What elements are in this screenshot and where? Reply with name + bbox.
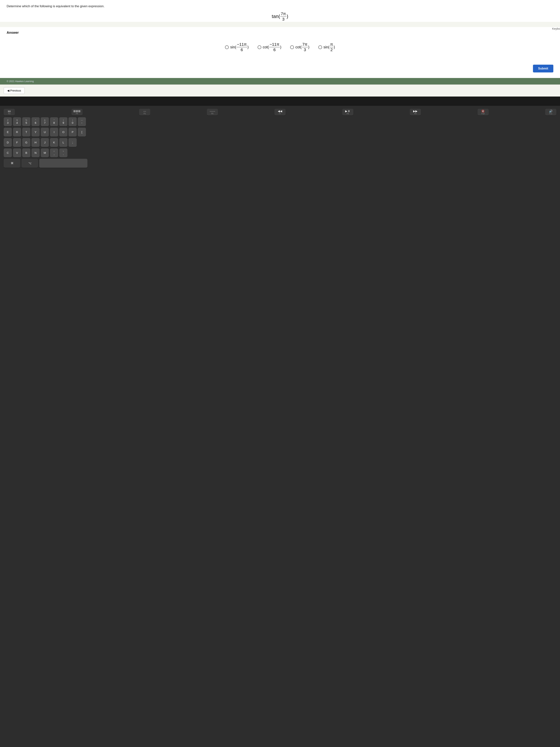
opt2-open: (	[268, 45, 269, 49]
expression-open-paren: (	[278, 14, 280, 19]
key-b[interactable]: B	[22, 148, 30, 157]
device-gap	[0, 97, 560, 106]
answer-option-2[interactable]: cot(−11π6)	[258, 42, 282, 52]
opt2-den: 6	[273, 47, 276, 52]
key-p[interactable]: P	[69, 128, 77, 136]
key-h[interactable]: H	[31, 138, 39, 147]
key-t[interactable]: T	[22, 128, 30, 136]
opt2-frac: −11π6	[269, 42, 280, 52]
key-cmd[interactable]: ⌘	[4, 159, 20, 168]
key-5[interactable]: % 5	[22, 117, 30, 126]
key-period-greater[interactable]: > .	[59, 148, 68, 157]
option-2-math: cot(−11π6)	[263, 42, 282, 52]
fn-row: so F3 ⊞⊞⊞ F4 ⋯ F5 ⋯⋯ F6 ◀◀ F7 ▶⏸ F8 ▶▶ F…	[4, 109, 556, 115]
key-o[interactable]: O	[59, 128, 68, 136]
question-area: Determine which of the following is equi…	[0, 0, 560, 22]
key-j[interactable]: J	[41, 138, 49, 147]
opt1-frac: −11π6	[236, 42, 247, 52]
previous-button[interactable]: ◀ Previous	[4, 87, 25, 94]
key-r[interactable]: R	[13, 128, 21, 136]
key-space[interactable]	[39, 159, 87, 168]
opt3-close: )	[308, 45, 310, 49]
key-0[interactable]: ) 0	[69, 117, 77, 126]
key-l[interactable]: L	[59, 138, 68, 147]
key-f4[interactable]: ⊞⊞⊞ F4	[72, 109, 83, 115]
opt4-den: 2	[330, 47, 333, 52]
key-6[interactable]: ^ 6	[31, 117, 39, 126]
expression-display: tan( 7π 3 )	[7, 11, 553, 22]
answer-option-1[interactable]: sin(−11π6)	[225, 42, 248, 52]
opt3-num: 7π	[302, 42, 308, 47]
radio-4[interactable]	[318, 45, 322, 49]
key-f[interactable]: F	[13, 138, 21, 147]
key-7[interactable]: & 7	[41, 117, 49, 126]
key-e[interactable]: E	[4, 128, 12, 136]
keyboard-hint: Keybo	[552, 27, 560, 30]
footer-bar: © 2021 Hawkes Learning	[0, 78, 560, 84]
submit-button[interactable]: Submit	[533, 65, 553, 73]
answer-option-4[interactable]: sin(π2)	[318, 42, 335, 52]
bottom-row: ⌘ ⌥	[4, 159, 556, 168]
cvbn-row: C V B N M < , > .	[4, 148, 556, 157]
key-c[interactable]: C	[4, 148, 12, 157]
key-comma-less[interactable]: < ,	[50, 148, 58, 157]
opt2-num: −11π	[269, 42, 280, 47]
erty-row: E R T Y U I O P [	[4, 128, 556, 136]
key-9[interactable]: ( 9	[59, 117, 68, 126]
key-3[interactable]: # 3	[4, 117, 12, 126]
key-v[interactable]: V	[13, 148, 21, 157]
key-f7[interactable]: ◀◀ F7	[274, 109, 286, 115]
key-f6[interactable]: ⋯⋯ F6	[207, 109, 218, 115]
opt1-open: (	[235, 45, 236, 49]
opt1-den: 6	[240, 47, 243, 52]
expression-close-paren: )	[287, 14, 288, 19]
key-4[interactable]: $ 4	[13, 117, 21, 126]
nav-bar: ◀ Previous	[0, 84, 560, 97]
key-8[interactable]: * 8	[50, 117, 58, 126]
radio-1[interactable]	[225, 45, 229, 49]
key-y[interactable]: Y	[31, 128, 39, 136]
browser-content: Determine which of the following is equi…	[0, 0, 560, 97]
expression-fraction: 7π 3	[280, 11, 286, 22]
key-f3[interactable]: so F3	[4, 109, 15, 115]
expression-numerator: 7π	[280, 11, 286, 17]
opt4-open: (	[328, 45, 329, 49]
keyboard-area: so F3 ⊞⊞⊞ F4 ⋯ F5 ⋯⋯ F6 ◀◀ F7 ▶⏸ F8 ▶▶ F…	[0, 106, 560, 747]
key-minus[interactable]: — -	[78, 117, 86, 126]
dfgh-row: D F G H J K L ;	[4, 138, 556, 147]
opt1-close: )	[247, 45, 249, 49]
answer-label: Answer	[7, 31, 553, 35]
key-m[interactable]: M	[41, 148, 49, 157]
answer-options-row: sin(−11π6) cot(−11π6) cot(7π3)	[7, 40, 553, 56]
opt3-den: 3	[303, 47, 306, 52]
key-semicolon[interactable]: ;	[69, 138, 77, 147]
copyright-text: © 2021 Hawkes Learning	[7, 80, 34, 83]
key-k[interactable]: K	[50, 138, 58, 147]
opt2-close: )	[280, 45, 282, 49]
key-g[interactable]: G	[22, 138, 30, 147]
radio-2[interactable]	[258, 45, 261, 49]
key-f11[interactable]: 🔊 F11	[545, 109, 556, 115]
key-f10[interactable]: 🔇 F10	[478, 109, 489, 115]
answer-option-3[interactable]: cot(7π3)	[290, 42, 309, 52]
answer-section: Keybo Answer sin(−11π6) cot(−11π6)	[0, 27, 560, 62]
key-d[interactable]: D	[4, 138, 12, 147]
submit-area: Submit	[0, 62, 560, 78]
key-n[interactable]: N	[31, 148, 39, 157]
number-row: # 3 $ 4 % 5 ^ 6 & 7 * 8 ( 9 ) 0	[4, 117, 556, 126]
opt4-close: )	[334, 45, 335, 49]
opt3-open: (	[300, 45, 302, 49]
key-i[interactable]: I	[50, 128, 58, 136]
key-alt[interactable]: ⌥	[22, 159, 38, 168]
option-1-math: sin(−11π6)	[230, 42, 248, 52]
key-f5[interactable]: ⋯ F5	[139, 109, 150, 115]
key-bracket[interactable]: [	[78, 128, 86, 136]
key-f8[interactable]: ▶⏸ F8	[342, 109, 353, 115]
key-f9[interactable]: ▶▶ F9	[410, 109, 421, 115]
radio-3[interactable]	[290, 45, 294, 49]
expression-func: tan	[272, 14, 278, 19]
question-instruction: Determine which of the following is equi…	[7, 4, 553, 8]
opt1-num: −11π	[236, 42, 247, 47]
key-u[interactable]: U	[41, 128, 49, 136]
option-4-math: sin(π2)	[323, 42, 335, 52]
